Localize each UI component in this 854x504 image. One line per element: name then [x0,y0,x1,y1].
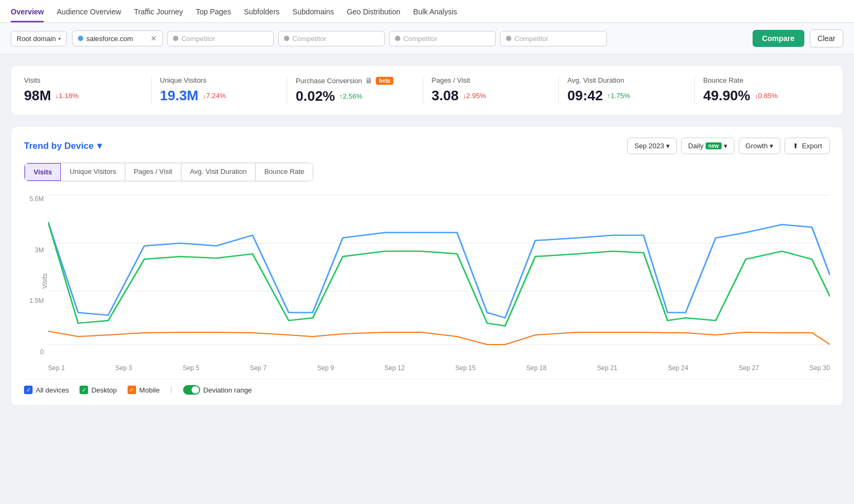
metric-unique-visitors-change: ↓7.24% [203,92,226,100]
competitor-dot-2 [284,36,289,41]
mobile-check: ✓ [128,386,136,394]
competitor-placeholder-3: Competitor [404,35,490,43]
metric-unique-visitors: Unique Visitors 19.3M ↓7.24% [152,76,288,105]
x-label-sep30: Sep 30 [810,364,830,372]
x-label-sep3: Sep 3 [115,364,132,372]
competitor-input-4[interactable]: Competitor [500,31,607,46]
metric-avg-visit-duration: Avg. Visit Duration 09:42 ↑1.75% [559,76,695,105]
legend-deviation-label: Deviation range [203,386,252,394]
x-axis: Sep 1 Sep 3 Sep 5 Sep 7 Sep 9 Sep 12 Sep… [48,362,830,372]
metric-avg-duration-label: Avg. Visit Duration [567,76,686,84]
period-chevron-icon: ▾ [666,142,670,150]
all-devices-line [48,222,830,318]
tab-bounce-rate[interactable]: Bounce Rate [256,163,313,181]
legend-all-devices-label: All devices [36,386,69,394]
metric-unique-visitors-value: 19.3M ↓7.24% [160,87,279,104]
competitor-input-1[interactable]: Competitor [167,31,274,46]
nav-item-bulk-analysis[interactable]: Bulk Analysis [413,0,457,22]
competitor-dot-1 [173,36,178,41]
nav-item-audience-overview[interactable]: Audience Overview [57,0,121,22]
metric-unique-visitors-label: Unique Visitors [160,76,279,84]
chart-wrapper: 5.6M 3M 1.5M 0 Visits [24,190,830,372]
toggle-knob [192,386,199,394]
chevron-down-icon: ▾ [58,36,61,42]
trend-chevron-icon[interactable]: ▾ [97,141,102,151]
metric-bounce-rate-label: Bounce Rate [703,76,822,84]
competitor-dot-3 [395,36,400,41]
nav-item-traffic-journey[interactable]: Traffic Journey [134,0,183,22]
x-label-sep5: Sep 5 [183,364,199,372]
metric-pages-value: 3.08 ↓2.95% [432,87,550,104]
check-mark-icon-2: ✓ [82,387,86,394]
nav-item-subdomains[interactable]: Subdomains [292,0,334,22]
y-axis-label-0: 0 [40,348,44,356]
legend-deviation-range[interactable]: Deviation range [183,385,252,395]
metric-pages-per-visit: Pages / Visit 3.08 ↓2.95% [423,76,559,105]
x-label-sep9: Sep 9 [317,364,334,372]
chart-controls: Sep 2023 ▾ Daily new ▾ Growth ▾ ⬆ Export [627,138,830,154]
close-icon[interactable]: ✕ [151,34,157,43]
metric-purchase-conversion-change: ↑2.56% [339,92,362,100]
competitor-inputs: salesforce.com ✕ Competitor Competitor C… [72,30,747,46]
tab-unique-visitors[interactable]: Unique Visitors [61,163,125,181]
x-label-sep21: Sep 21 [597,364,618,372]
legend-mobile-label: Mobile [139,386,160,394]
legend-mobile[interactable]: ✓ Mobile [128,386,160,394]
clear-button[interactable]: Clear [810,29,843,47]
legend-all-devices[interactable]: ✓ All devices [24,386,69,394]
chart-card: Trend by Device ▾ Sep 2023 ▾ Daily new ▾… [11,126,843,406]
nav-item-overview[interactable]: Overview [11,0,44,22]
frequency-selector[interactable]: Daily new ▾ [681,138,734,154]
chart-legend: ✓ All devices ✓ Desktop ✓ Mobile | [24,379,830,395]
frequency-chevron-icon: ▾ [724,142,728,150]
export-button[interactable]: ⬆ Export [785,138,830,154]
domain-dot-blue [78,36,83,41]
y-axis-title: Visits [41,273,49,288]
main-content: Visits 98M ↓1.18% Unique Visitors 19.3M … [0,54,854,417]
metric-visits-value: 98M ↓1.18% [24,87,143,104]
root-domain-button[interactable]: Root domain ▾ [11,31,67,46]
x-label-sep27: Sep 27 [739,364,759,372]
new-badge: new [706,142,721,149]
metric-bounce-rate-change: ↓0.85% [755,92,778,100]
nav-item-top-pages[interactable]: Top Pages [196,0,231,22]
view-selector[interactable]: Growth ▾ [739,138,781,154]
deviation-toggle[interactable] [183,385,200,395]
top-navigation: Overview Audience Overview Traffic Journ… [0,0,854,23]
legend-desktop[interactable]: ✓ Desktop [80,386,117,394]
chart-svg [48,190,830,361]
desktop-line [48,222,830,326]
x-label-sep12: Sep 12 [384,364,405,372]
compare-button[interactable]: Compare [753,30,804,47]
domain-text: salesforce.com [86,35,145,43]
nav-item-subfolders[interactable]: Subfolders [244,0,280,22]
metric-avg-duration-value: 09:42 ↑1.75% [567,87,686,104]
view-chevron-icon: ▾ [770,142,773,150]
chart-area: Visits Sep 1 Sep 3 [48,190,830,372]
metric-visits: Visits 98M ↓1.18% [24,76,152,105]
mobile-line [48,331,830,345]
chart-header: Trend by Device ▾ Sep 2023 ▾ Daily new ▾… [24,138,830,154]
metric-visits-label: Visits [24,76,143,84]
primary-domain-input[interactable]: salesforce.com ✕ [72,30,163,46]
tab-pages-per-visit[interactable]: Pages / Visit [125,163,181,181]
competitor-input-3[interactable]: Competitor [389,31,496,46]
competitor-placeholder-2: Competitor [292,35,379,43]
check-mark-icon: ✓ [26,387,31,394]
export-icon: ⬆ [793,142,798,150]
nav-item-geo-distribution[interactable]: Geo Distribution [347,0,400,22]
x-label-sep24: Sep 24 [668,364,688,372]
trend-label: Trend by Device ▾ [24,140,102,151]
root-domain-label: Root domain [17,35,56,43]
tab-avg-visit-duration[interactable]: Avg. Visit Duration [181,163,256,181]
trend-device-selector[interactable]: Device [65,141,94,151]
competitor-input-2[interactable]: Competitor [278,31,385,46]
chart-tabs: Visits Unique Visitors Pages / Visit Avg… [24,163,313,181]
monitor-icon: 🖥 [365,76,373,85]
y-axis-label-3m: 3M [35,246,44,254]
tab-visits[interactable]: Visits [25,163,61,181]
x-label-sep18: Sep 18 [526,364,547,372]
metric-pages-change: ↓2.95% [463,92,486,100]
period-selector[interactable]: Sep 2023 ▾ [627,138,677,154]
metric-purchase-conversion-label: Purchase Conversion 🖥 beta [296,76,414,85]
